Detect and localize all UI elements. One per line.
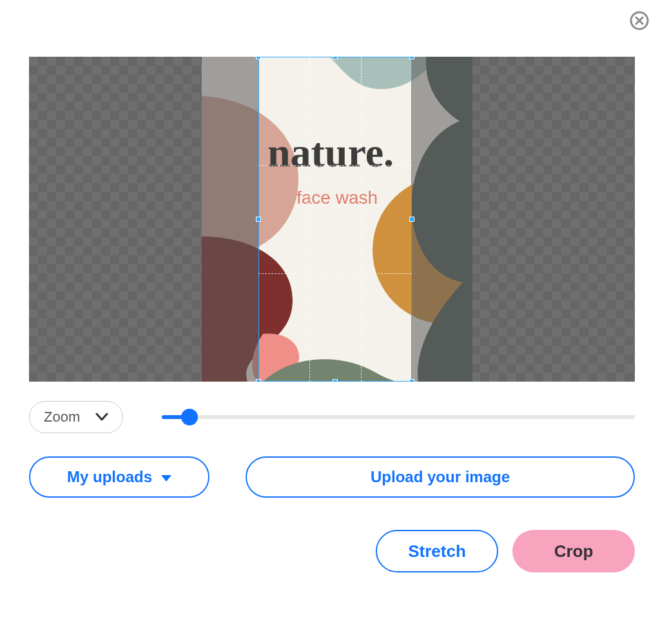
stretch-button[interactable]: Stretch	[376, 530, 498, 572]
crop-button-label: Crop	[554, 542, 594, 561]
crop-dialog: nature. face wash Zoom	[29, 57, 635, 572]
close-icon	[629, 10, 650, 31]
crop-handle-tr[interactable]	[409, 57, 414, 59]
crop-handle-br[interactable]	[409, 379, 414, 382]
crop-guide	[361, 57, 362, 382]
crop-stage[interactable]: nature. face wash	[29, 57, 635, 382]
caret-down-icon	[161, 475, 171, 482]
crop-guide	[309, 57, 310, 382]
crop-handle-mr[interactable]	[409, 217, 414, 222]
chevron-down-icon	[95, 413, 108, 422]
upload-controls: My uploads Upload your image	[29, 456, 635, 498]
stretch-button-label: Stretch	[408, 542, 466, 561]
zoom-slider-thumb[interactable]	[181, 409, 198, 425]
zoom-slider[interactable]	[162, 407, 635, 427]
crop-button[interactable]: Crop	[512, 530, 635, 572]
my-uploads-dropdown[interactable]: My uploads	[29, 456, 209, 498]
crop-handle-ml[interactable]	[256, 217, 261, 222]
close-button[interactable]	[629, 10, 650, 31]
crop-handle-tl[interactable]	[256, 57, 261, 59]
zoom-controls: Zoom	[29, 401, 635, 433]
crop-guide	[258, 165, 412, 166]
crop-guide	[258, 273, 412, 274]
crop-handle-tm[interactable]	[333, 57, 338, 59]
upload-image-label: Upload your image	[371, 468, 510, 486]
crop-handle-bl[interactable]	[256, 379, 261, 382]
crop-handle-bm[interactable]	[333, 379, 338, 382]
zoom-mode-select[interactable]: Zoom	[29, 401, 123, 433]
upload-image-button[interactable]: Upload your image	[246, 456, 635, 498]
dialog-actions: Stretch Crop	[29, 530, 635, 572]
zoom-slider-track	[162, 415, 635, 419]
crop-selection[interactable]	[258, 57, 412, 382]
my-uploads-label: My uploads	[67, 468, 152, 486]
zoom-mode-label: Zoom	[44, 409, 80, 425]
